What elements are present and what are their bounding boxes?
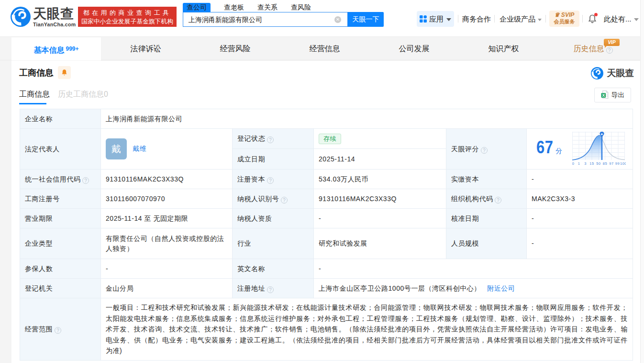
svg-text:100: 100 xyxy=(620,161,626,166)
svg-text:99: 99 xyxy=(615,161,620,166)
svg-text:0: 0 xyxy=(572,161,574,166)
svg-text:3: 3 xyxy=(584,161,587,166)
svg-text:1: 1 xyxy=(578,161,580,166)
svg-text:85: 85 xyxy=(603,161,607,166)
svg-text:97: 97 xyxy=(609,161,613,166)
svg-text:50: 50 xyxy=(596,161,600,166)
svg-text:15: 15 xyxy=(589,161,594,166)
svg-text:X: X xyxy=(602,93,605,98)
